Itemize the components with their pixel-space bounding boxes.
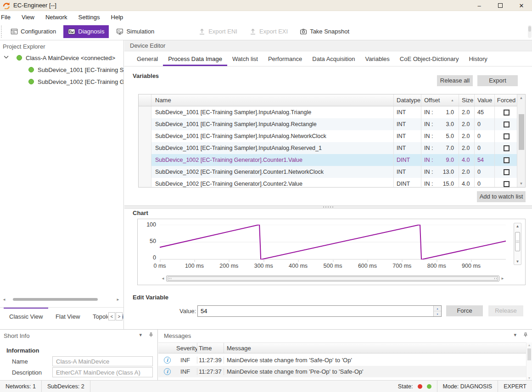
forced-checkbox[interactable] xyxy=(504,181,510,187)
close-button[interactable]: ✕ xyxy=(511,0,532,11)
pin-icon[interactable] xyxy=(148,332,154,338)
variable-row[interactable]: SubDevice_1002 [EC-Training Generator].C… xyxy=(139,166,518,178)
variable-row-selected[interactable]: SubDevice_1002 [EC-Training Generator].C… xyxy=(139,154,518,166)
column-header-value[interactable]: Value xyxy=(475,94,495,106)
variables-table-vertical-scrollbar[interactable]: ▲ ▼ xyxy=(517,94,525,187)
column-header-message[interactable]: Message xyxy=(224,343,526,353)
menu-settings[interactable]: Settings xyxy=(77,12,106,22)
chart-vertical-scrollbar[interactable]: ▲ ▼ xyxy=(514,223,521,265)
panel-dropdown-icon[interactable]: ▾ xyxy=(139,332,142,338)
tree-item-subdevice-1001[interactable]: SubDevice_1001 [EC-Training Sampler] xyxy=(0,65,124,75)
scrollbar-track[interactable] xyxy=(517,101,525,180)
column-header-severity[interactable]: Severity xyxy=(174,343,197,353)
take-snapshot-button[interactable]: Take Snapshot xyxy=(295,25,354,38)
tab-coe-object-dictionary[interactable]: CoE Object-Dictionary xyxy=(395,51,464,66)
variable-row[interactable]: SubDevice_1001 [EC-Training Sampler].Inp… xyxy=(139,106,518,118)
export-eni-button[interactable]: Export ENI xyxy=(194,25,242,38)
scroll-down-icon[interactable]: ▼ xyxy=(516,259,520,265)
scroll-left-icon[interactable]: ◄ xyxy=(160,276,166,281)
tab-scroll-left-button[interactable]: < xyxy=(108,312,115,320)
tab-classic-view[interactable]: Classic View xyxy=(4,308,48,326)
spinner-up-icon[interactable]: ▲ xyxy=(434,306,441,311)
column-header-forced[interactable]: Forced xyxy=(495,94,518,106)
simulation-button[interactable]: Simulation xyxy=(112,25,159,38)
row-selector-cell[interactable] xyxy=(139,106,151,118)
row-selector-cell[interactable] xyxy=(139,166,151,178)
scroll-up-icon[interactable]: ▲ xyxy=(520,94,523,101)
scroll-up-icon[interactable]: ▲ xyxy=(528,342,531,348)
forced-checkbox[interactable] xyxy=(504,133,510,139)
scrollbar-track[interactable] xyxy=(514,229,521,259)
tree-item-subdevice-1002[interactable]: SubDevice_1002 [EC-Training Generator] xyxy=(0,77,124,87)
variable-row[interactable]: SubDevice_1001 [EC-Training Sampler].Inp… xyxy=(139,118,518,130)
scrollbar-track[interactable] xyxy=(526,348,532,375)
release-button[interactable]: Release xyxy=(488,305,523,316)
row-selector-cell[interactable] xyxy=(139,130,151,142)
description-field[interactable] xyxy=(52,367,153,377)
tab-history[interactable]: History xyxy=(464,51,492,66)
tab-scroll-right-button[interactable]: > xyxy=(116,312,123,320)
scrollbar-thumb[interactable] xyxy=(168,276,498,281)
toolbar-scrollbar[interactable] xyxy=(528,25,532,38)
scrollbar-thumb[interactable] xyxy=(13,298,98,301)
export-exi-button[interactable]: Export EXI xyxy=(245,25,292,38)
tab-general[interactable]: General xyxy=(132,51,163,66)
variable-row[interactable]: SubDevice_1001 [EC-Training Sampler].Inp… xyxy=(139,130,518,142)
chart-horizontal-scrollbar[interactable]: ◄ ► xyxy=(160,275,506,282)
scrollbar-track[interactable] xyxy=(7,298,115,301)
tree-item-maindevice[interactable]: Class-A MainDevice <connected> xyxy=(0,53,124,63)
row-selector-cell[interactable] xyxy=(139,142,151,154)
variable-row[interactable]: SubDevice_1001 [EC-Training Sampler].Inp… xyxy=(139,142,518,154)
menu-file[interactable]: File xyxy=(0,12,16,22)
scroll-right-icon[interactable]: ► xyxy=(115,298,121,302)
scroll-left-icon[interactable]: ◄ xyxy=(1,298,7,302)
row-selector-cell[interactable] xyxy=(139,154,151,166)
column-header-offset[interactable]: Offset ▲ xyxy=(421,94,459,106)
row-selector-cell[interactable] xyxy=(139,118,151,130)
scrollbar-thumb[interactable] xyxy=(519,114,524,150)
scrollbar-thumb[interactable] xyxy=(515,232,520,251)
scrollbar-track[interactable] xyxy=(166,276,499,282)
column-header-datatype[interactable]: Datatype xyxy=(394,94,421,106)
forced-checkbox[interactable] xyxy=(504,110,510,116)
scroll-up-icon[interactable]: ▲ xyxy=(516,223,520,229)
forced-checkbox[interactable] xyxy=(504,121,510,127)
tab-process-data-image[interactable]: Process Data Image xyxy=(163,51,227,66)
tab-performance[interactable]: Performance xyxy=(263,51,307,66)
configuration-button[interactable]: Configuration xyxy=(6,25,61,38)
diagnosis-button[interactable]: Diagnosis xyxy=(63,25,109,38)
name-field[interactable] xyxy=(52,356,153,366)
menu-help[interactable]: Help xyxy=(109,12,129,22)
menu-view[interactable]: View xyxy=(20,12,40,22)
chevron-down-icon[interactable] xyxy=(4,55,9,59)
spinner-down-icon[interactable]: ▼ xyxy=(434,311,441,316)
forced-checkbox[interactable] xyxy=(504,145,510,151)
release-all-button[interactable]: Release all xyxy=(437,75,473,86)
minimize-button[interactable]: – xyxy=(469,0,490,11)
export-button[interactable]: Export xyxy=(477,75,518,86)
pin-icon[interactable] xyxy=(523,332,528,338)
column-header-name[interactable]: Name xyxy=(151,94,394,106)
value-input[interactable] xyxy=(198,306,433,316)
forced-checkbox[interactable] xyxy=(504,169,510,175)
variable-row[interactable]: SubDevice_1002 [EC-Training Generator].C… xyxy=(139,178,518,188)
scroll-down-icon[interactable]: ▼ xyxy=(520,180,523,187)
scroll-right-icon[interactable]: ► xyxy=(499,276,506,281)
message-row[interactable]: i INF 11:27:39 MainDevice state change f… xyxy=(158,354,526,366)
column-header-time[interactable]: Time xyxy=(197,343,224,353)
horizontal-splitter[interactable] xyxy=(124,205,532,209)
message-row[interactable]: i INF 11:27:37 MainDevice state change f… xyxy=(158,366,526,377)
force-button[interactable]: Force xyxy=(446,305,483,316)
forced-checkbox[interactable] xyxy=(504,157,510,163)
tab-data-acquisition[interactable]: Data Acquisition xyxy=(307,51,360,66)
menu-network[interactable]: Network xyxy=(44,12,73,22)
panel-dropdown-icon[interactable]: ▾ xyxy=(514,332,516,338)
column-header-size[interactable]: Size xyxy=(459,94,475,106)
tab-watch-list[interactable]: Watch list xyxy=(227,51,263,66)
project-explorer-horizontal-scrollbar[interactable]: ◄ ► xyxy=(1,296,121,303)
messages-vertical-scrollbar[interactable]: ▲ ▼ xyxy=(526,342,532,381)
maximize-button[interactable] xyxy=(490,0,511,11)
row-selector-cell[interactable] xyxy=(139,178,151,188)
toolbar-grip[interactable] xyxy=(1,26,3,38)
tab-flat-view[interactable]: Flat View xyxy=(50,308,85,326)
